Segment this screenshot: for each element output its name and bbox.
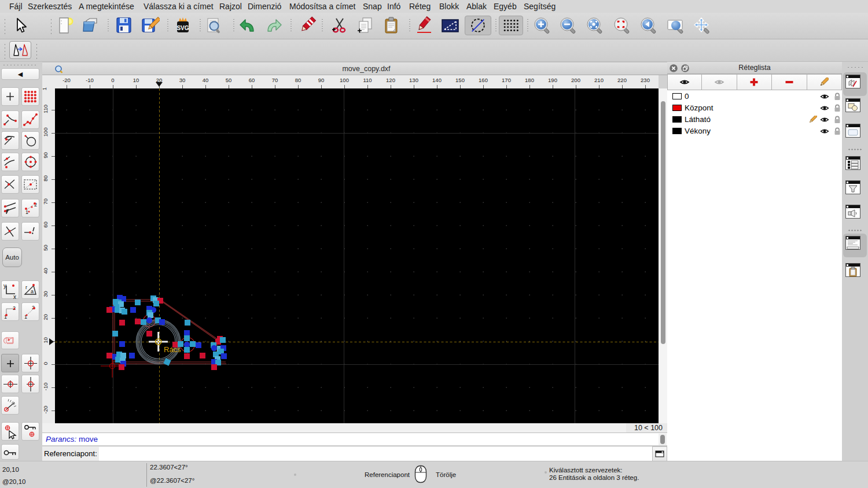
svg-text:Rács: Rács (164, 345, 181, 354)
svg-text:r: r (25, 284, 27, 290)
svg-text:1: 1 (25, 209, 28, 215)
svg-text:SVG: SVG (176, 25, 189, 31)
svg-text:x: x (13, 294, 16, 300)
svg-text:y: y (3, 283, 6, 289)
svg-text:a: a (31, 289, 34, 294)
